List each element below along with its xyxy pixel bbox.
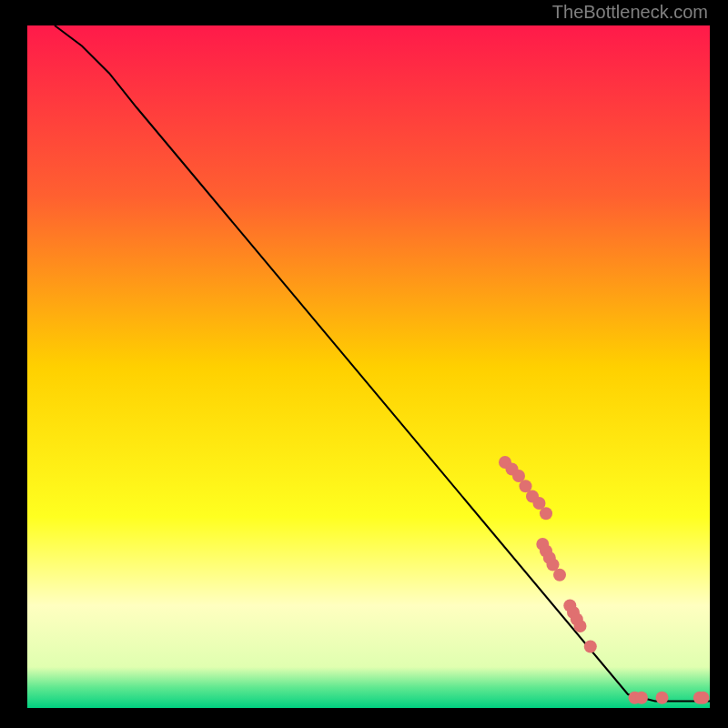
data-marker xyxy=(656,692,669,704)
data-marker xyxy=(635,692,648,704)
gradient-background xyxy=(27,25,710,708)
data-marker xyxy=(584,641,597,653)
chart-plot-area xyxy=(27,25,710,708)
data-marker xyxy=(553,569,566,581)
attribution-text: TheBottleneck.com xyxy=(552,2,708,23)
data-marker xyxy=(574,620,587,632)
data-marker xyxy=(540,507,552,520)
data-marker xyxy=(697,692,710,704)
chart-svg xyxy=(27,25,710,708)
